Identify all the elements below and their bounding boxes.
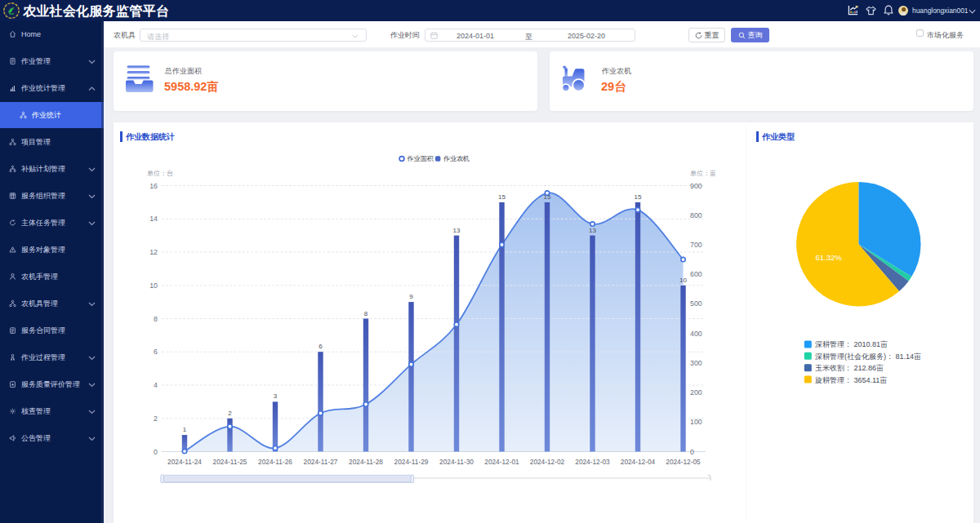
svg-text:玉米收割： 212.86亩: 玉米收割： 212.86亩 <box>815 364 884 372</box>
svg-text:100: 100 <box>690 418 702 426</box>
svg-text:16: 16 <box>149 182 158 190</box>
svg-text:2024-11-28: 2024-11-28 <box>349 458 383 466</box>
svg-text:10: 10 <box>149 281 158 290</box>
svg-text:700: 700 <box>690 241 702 249</box>
svg-text:单位：台: 单位：台 <box>147 170 173 177</box>
svg-text:8: 8 <box>154 315 158 323</box>
svg-text:作业农机: 作业农机 <box>443 155 470 162</box>
svg-text:2: 2 <box>154 414 158 423</box>
svg-text:8: 8 <box>364 310 368 317</box>
svg-text:作业面积: 作业面积 <box>407 155 434 162</box>
svg-text:1: 1 <box>183 426 187 433</box>
svg-text:2024-11-25: 2024-11-25 <box>213 458 247 466</box>
svg-text:500: 500 <box>690 299 702 308</box>
svg-text:800: 800 <box>690 211 702 219</box>
svg-text:3: 3 <box>274 392 278 400</box>
svg-text:9: 9 <box>409 293 413 300</box>
svg-text:2024-11-29: 2024-11-29 <box>394 458 429 466</box>
svg-text:2024-12-03: 2024-12-03 <box>575 458 610 466</box>
svg-text:14: 14 <box>149 215 158 223</box>
svg-text:2024-11-24: 2024-11-24 <box>167 458 202 466</box>
svg-text:13: 13 <box>589 227 596 234</box>
svg-text:旋耕管理： 3654.11亩: 旋耕管理： 3654.11亩 <box>815 376 887 384</box>
svg-text:900: 900 <box>690 182 702 190</box>
svg-text:深耕管理： 2010.81亩: 深耕管理： 2010.81亩 <box>815 340 888 348</box>
svg-text:12: 12 <box>149 248 158 256</box>
svg-text:4: 4 <box>154 381 158 389</box>
svg-text:61.32%: 61.32% <box>816 253 843 262</box>
svg-text:2024-12-04: 2024-12-04 <box>621 458 656 466</box>
svg-text:300: 300 <box>690 359 702 367</box>
svg-text:200: 200 <box>690 388 702 397</box>
svg-text:15: 15 <box>498 193 506 201</box>
svg-text:2024-12-02: 2024-12-02 <box>530 458 565 466</box>
svg-text:2024-11-27: 2024-11-27 <box>304 458 338 466</box>
svg-text:15: 15 <box>635 193 642 201</box>
svg-text:0: 0 <box>690 448 694 456</box>
svg-text:2024-11-30: 2024-11-30 <box>439 458 474 466</box>
svg-text:400: 400 <box>690 330 702 338</box>
svg-text:10: 10 <box>679 277 687 284</box>
svg-text:深耕管理(社会化服务)： 81.14亩: 深耕管理(社会化服务)： 81.14亩 <box>815 352 921 361</box>
svg-text:0: 0 <box>154 448 158 456</box>
svg-text:单位：亩: 单位：亩 <box>690 170 716 177</box>
svg-text:600: 600 <box>690 270 702 278</box>
svg-text:2024-12-01: 2024-12-01 <box>484 458 519 466</box>
svg-text:13: 13 <box>453 227 461 234</box>
svg-text:6: 6 <box>154 348 158 356</box>
svg-text:2: 2 <box>228 410 232 417</box>
svg-text:2024-12-05: 2024-12-05 <box>666 458 701 466</box>
svg-text:2024-11-26: 2024-11-26 <box>258 458 292 466</box>
svg-text:6: 6 <box>318 343 323 350</box>
